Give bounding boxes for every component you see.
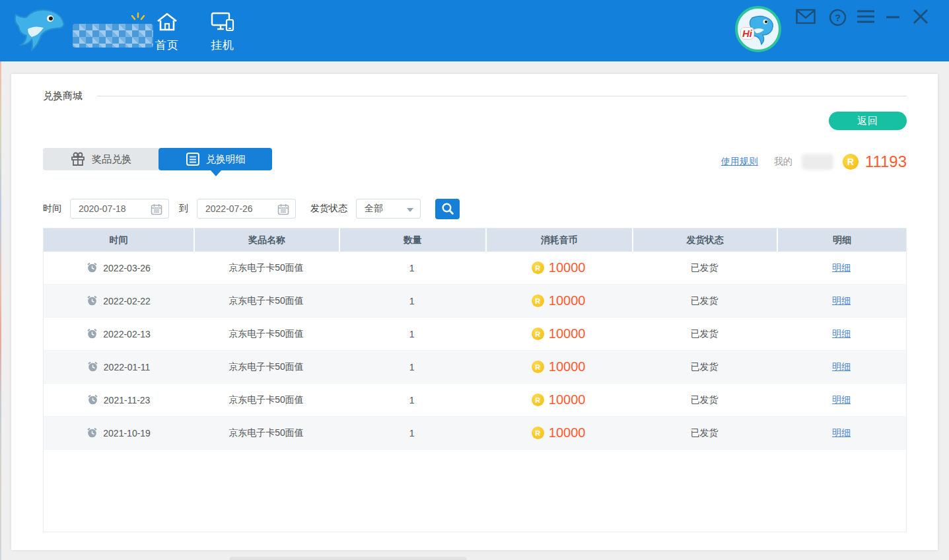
table-body: 2022-03-26 京东电子卡50面值 1 R 10000 已发货 明细 [44,252,906,450]
col-header-qty: 数量 [339,228,485,252]
row-cost: 10000 [549,359,586,374]
row-quantity: 1 [409,296,415,306]
balance-area: 使用规则 我的 R 11193 [721,152,907,172]
section-head: 兑换商城 [43,90,907,102]
nav-hangup[interactable]: 挂机 [199,12,246,53]
back-button[interactable]: 返回 [829,112,907,130]
row-quantity: 1 [409,428,415,438]
row-ship-status: 已发货 [690,295,718,307]
nav-home-label: 首页 [144,38,190,53]
row-date: 2022-03-26 [103,263,151,273]
nav-home[interactable]: 首页 [144,12,190,53]
table-row: 2021-11-23 京东电子卡50面值 1 R 10000 已发货 明细 [44,384,906,417]
row-cost: 10000 [549,425,586,440]
desktop-edge-sliver [0,61,1,560]
row-ship-status: 已发货 [690,262,718,274]
row-cost: 10000 [549,293,586,308]
usage-rules-link[interactable]: 使用规则 [721,156,758,168]
col-header-status: 发货状态 [632,228,777,252]
calendar-icon[interactable] [277,203,289,215]
close-icon[interactable] [913,9,929,24]
col-header-time: 时间 [44,228,193,252]
ship-status-value: 全部 [357,203,383,215]
calendar-icon[interactable] [151,203,162,215]
blurred-app-name [73,24,153,48]
row-detail-link[interactable]: 明细 [832,394,851,406]
row-detail-link[interactable]: 明细 [832,361,851,373]
row-date: 2021-11-23 [104,395,151,405]
row-date: 2022-02-22 [103,296,151,306]
app-logo [12,3,164,59]
coin-icon: R [532,427,544,439]
tab-exchange-detail[interactable]: 兑换明细 [158,148,272,170]
search-icon [441,202,454,215]
chevron-down-icon [407,208,413,212]
row-ship-status: 已发货 [690,427,718,439]
date-to-input[interactable] [197,199,269,218]
coin-icon: R [532,328,544,340]
coin-icon: R [532,262,544,274]
row-quantity: 1 [409,263,415,273]
help-icon[interactable]: ? [829,9,847,26]
row-ship-status: 已发货 [690,394,718,406]
row-prize-name: 京东电子卡50面值 [228,394,304,406]
clock-icon [87,361,98,372]
table-header: 时间 奖品名称 数量 消耗音币 发货状态 明细 [44,228,906,252]
clock-icon [87,295,98,306]
col-header-cost: 消耗音币 [485,228,632,252]
tab-prize-exchange[interactable]: 奖品兑换 [43,148,158,170]
clock-icon [87,262,98,273]
gift-icon [70,151,86,167]
row-prize-name: 京东电子卡50面值 [228,328,304,340]
coin-icon: R [532,394,544,406]
filter-bar: 时间 到 发 [43,198,460,219]
row-ship-status: 已发货 [690,361,718,373]
table-row: 2021-10-19 京东电子卡50面值 1 R 10000 已发货 明细 [44,417,906,450]
date-to-box [197,199,296,219]
row-cost: 10000 [549,392,586,407]
avatar[interactable]: Hi [735,6,781,52]
clock-icon [87,394,98,405]
page-title: 兑换商城 [43,90,83,102]
coin-balance: 11193 [865,153,907,171]
row-detail-link[interactable]: 明细 [832,295,851,307]
svg-text:?: ? [835,12,841,23]
background-window-edge [229,557,467,560]
row-quantity: 1 [409,329,415,339]
mail-icon[interactable] [796,9,816,24]
row-prize-name: 京东电子卡50面值 [228,295,304,307]
coin-icon: R [532,295,544,307]
titlebar: 首页 挂机 Hi ? [0,0,949,61]
clock-icon [87,427,98,438]
row-detail-link[interactable]: 明细 [832,262,851,274]
date-from-box [70,199,169,219]
home-icon [156,12,178,32]
date-from-input[interactable] [71,199,142,218]
row-detail-link[interactable]: 明细 [832,427,851,439]
menu-icon[interactable] [857,9,875,24]
col-header-detail: 明细 [777,228,906,252]
main-panel: 兑换商城 返回 奖品兑换 兑换明细 使用 [11,74,938,550]
row-date: 2021-10-19 [103,428,151,438]
ship-status-label: 发货状态 [310,203,347,215]
row-detail-link[interactable]: 明细 [832,328,851,340]
ship-status-select[interactable]: 全部 [356,199,421,219]
time-filter-label: 时间 [43,203,61,215]
row-cost: 10000 [549,326,586,341]
clock-icon [87,328,98,339]
row-ship-status: 已发货 [690,328,718,340]
row-prize-name: 京东电子卡50面值 [228,427,304,439]
tab-bar: 奖品兑换 兑换明细 [43,148,272,170]
tab-exchange-detail-label: 兑换明细 [206,153,246,166]
row-quantity: 1 [409,395,415,405]
minimize-icon[interactable] [886,9,900,25]
active-tab-caret [211,170,221,176]
tab-prize-exchange-label: 奖品兑换 [92,153,131,166]
col-header-prize: 奖品名称 [193,228,338,252]
table-row: 2022-03-26 京东电子卡50面值 1 R 10000 已发货 明细 [44,252,906,285]
exchange-table: 时间 奖品名称 数量 消耗音币 发货状态 明细 2022-03-26 京东电子卡… [43,228,907,532]
search-button[interactable] [435,199,460,219]
row-quantity: 1 [409,362,415,372]
row-prize-name: 京东电子卡50面值 [228,262,304,274]
table-row: 2022-01-11 京东电子卡50面值 1 R 10000 已发货 明细 [44,351,906,384]
